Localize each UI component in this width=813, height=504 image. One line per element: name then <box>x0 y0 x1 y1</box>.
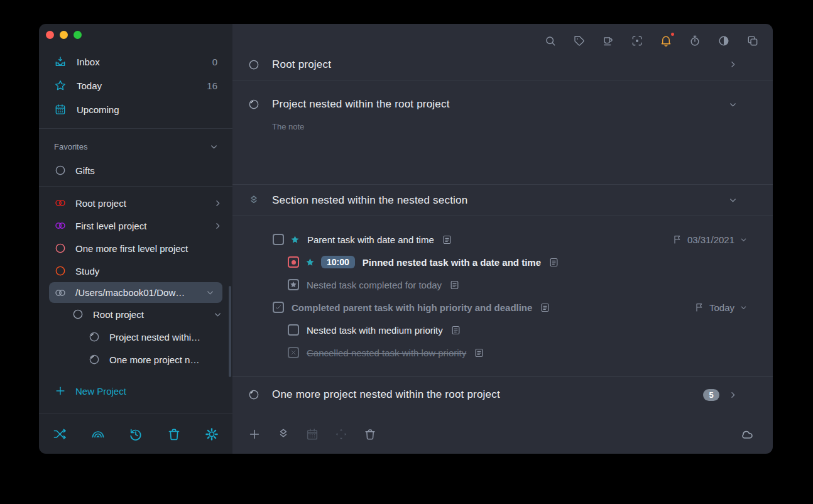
favorite-label: Gifts <box>75 165 95 176</box>
today-count: 16 <box>207 80 217 91</box>
shuffle-icon[interactable] <box>52 427 67 442</box>
task-date: 03/31/2021 <box>687 234 734 245</box>
linked-circles-icon <box>54 197 67 209</box>
circle-icon <box>54 265 67 277</box>
settings-icon[interactable] <box>204 427 219 442</box>
inbox-count: 0 <box>212 57 217 67</box>
sidebar-project-one-more-nested[interactable]: One more project n… <box>39 348 232 371</box>
project-block-nested: Project nested within the root project T… <box>232 80 773 184</box>
chevron-down-icon[interactable] <box>728 195 738 205</box>
sidebar-scrollbar[interactable] <box>229 286 231 377</box>
app-window: Inbox 0 Today 16 Upcoming Favorites <box>39 24 773 454</box>
star-icon <box>54 79 67 92</box>
project-title: Project nested within the root project <box>272 98 450 111</box>
chevron-down-icon[interactable] <box>213 310 222 319</box>
sidebar-project-first-level[interactable]: First level project <box>39 214 232 237</box>
favorites-label: Favorites <box>54 142 87 151</box>
circle-icon <box>72 308 84 320</box>
sidebar-projects: Root project First level project One mor… <box>39 192 232 371</box>
plus-icon[interactable] <box>248 427 261 441</box>
section-row[interactable]: Section nested within the nested section <box>232 185 773 216</box>
task-row-parent-with-date[interactable]: Parent task with date and time 03/31/202… <box>232 228 748 251</box>
note-icon[interactable] <box>548 257 559 268</box>
rainbow-icon[interactable] <box>90 427 106 442</box>
star-icon <box>290 281 297 288</box>
task-checkbox[interactable] <box>288 324 299 336</box>
task-row-cancelled[interactable]: Cancelled nested task with low priority <box>232 341 748 364</box>
copy-icon[interactable] <box>746 35 759 47</box>
task-text: Nested task completed for today <box>307 280 442 290</box>
chevron-down-icon[interactable] <box>728 100 738 109</box>
sidebar-project-root[interactable]: Root project <box>39 192 232 214</box>
task-row-medium-priority[interactable]: Nested task with medium priority <box>232 319 748 341</box>
history-icon[interactable] <box>128 427 143 442</box>
sidebar-item-inbox[interactable]: Inbox 0 <box>39 50 232 74</box>
note-icon[interactable] <box>540 302 550 313</box>
linked-circles-icon <box>54 219 67 232</box>
note-icon[interactable] <box>474 348 484 358</box>
sidebar-item-label: Upcoming <box>77 104 119 115</box>
task-checkbox-cancelled[interactable] <box>288 347 299 358</box>
trash-icon[interactable] <box>363 427 377 441</box>
task-row-completed-today[interactable]: Nested task completed for today <box>232 273 748 296</box>
sidebar-project-nested-root[interactable]: Root project <box>39 303 232 326</box>
focus-icon[interactable] <box>631 35 643 47</box>
search-icon[interactable] <box>544 35 557 47</box>
bell-icon[interactable] <box>660 35 672 47</box>
chevron-right-icon[interactable] <box>728 60 738 69</box>
minimize-window-button[interactable] <box>60 31 68 39</box>
note-icon[interactable] <box>450 325 461 336</box>
sidebar: Inbox 0 Today 16 Upcoming Favorites <box>39 24 232 454</box>
task-checkbox-pinned[interactable] <box>288 256 299 268</box>
project-label: Project nested withi… <box>109 332 200 342</box>
star-icon <box>305 258 315 267</box>
sidebar-item-upcoming[interactable]: Upcoming <box>39 97 232 121</box>
sidebar-project-study[interactable]: Study <box>39 260 232 282</box>
sidebar-item-today[interactable]: Today 16 <box>39 74 232 97</box>
pin-dot <box>292 260 296 265</box>
check-icon <box>275 304 282 311</box>
favorites-header[interactable]: Favorites <box>39 134 232 159</box>
project-label: Root project <box>75 198 126 209</box>
chevron-right-icon[interactable] <box>213 221 222 231</box>
sidebar-divider <box>39 128 232 129</box>
task-date-control[interactable]: Today <box>694 302 748 313</box>
task-date-control[interactable]: 03/31/2021 <box>672 234 748 245</box>
project-label: First level project <box>75 221 146 231</box>
project-label: Root project <box>93 309 144 320</box>
task-checkbox-starred-done[interactable] <box>288 279 299 290</box>
note-icon[interactable] <box>449 280 460 290</box>
task-row-pinned-nested[interactable]: 10:00 Pinned nested task with a date and… <box>232 251 748 273</box>
task-list: Parent task with date and time 03/31/202… <box>232 216 773 376</box>
sidebar-item-label: Inbox <box>77 57 100 67</box>
close-window-button[interactable] <box>46 31 54 39</box>
project-row-one-more-nested[interactable]: One more project nested within the root … <box>232 377 773 412</box>
task-row-completed-parent[interactable]: Completed parent task with high priority… <box>232 296 748 319</box>
task-checkbox-checked[interactable] <box>273 302 284 313</box>
sidebar-project-users-folder-selected[interactable]: /Users/macbook01/Dow… <box>49 282 222 303</box>
task-checkbox[interactable] <box>273 234 284 245</box>
chevron-right-icon[interactable] <box>213 199 222 208</box>
flag-icon <box>672 234 682 244</box>
sidebar-favorite-gifts[interactable]: Gifts <box>39 159 232 182</box>
x-icon <box>290 349 297 356</box>
tag-icon[interactable] <box>573 35 586 47</box>
cloud-sync-icon[interactable] <box>740 427 754 441</box>
trash-icon[interactable] <box>166 427 182 442</box>
main-panel: Root project Project nested within the r… <box>232 24 773 454</box>
project-row-nested[interactable]: Project nested within the root project <box>232 89 773 119</box>
move-icon <box>334 427 348 441</box>
new-project-button[interactable]: New Project <box>39 378 232 403</box>
section-icon[interactable] <box>276 427 290 441</box>
sidebar-project-one-more-first-level[interactable]: One more first level project <box>39 237 232 260</box>
contrast-icon[interactable] <box>718 35 730 47</box>
zoom-window-button[interactable] <box>74 31 82 39</box>
chevron-right-icon[interactable] <box>728 390 738 400</box>
project-row-root[interactable]: Root project <box>232 49 773 80</box>
mug-icon[interactable] <box>602 35 614 47</box>
note-icon[interactable] <box>442 234 452 245</box>
sidebar-project-nested-within[interactable]: Project nested withi… <box>39 326 232 348</box>
stopwatch-icon[interactable] <box>689 35 701 47</box>
circle-icon <box>248 388 260 401</box>
chevron-down-icon[interactable] <box>205 288 215 297</box>
